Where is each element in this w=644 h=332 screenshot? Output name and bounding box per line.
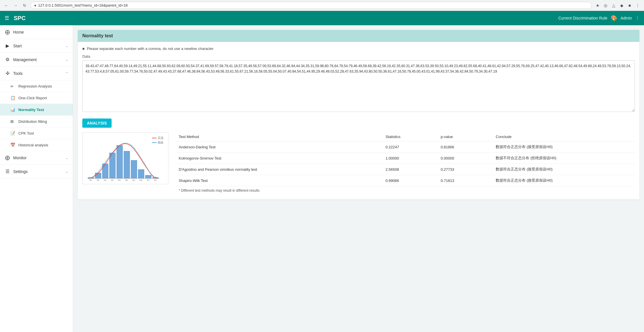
table-row-1: Kolmogorov-Smirnov Test 1.00000 0.00000 …	[175, 153, 635, 164]
cell-stat-2: 2.56508	[382, 164, 437, 175]
svg-rect-8	[145, 175, 151, 178]
sidebar-label-normalitytest: Normality Test	[18, 108, 44, 112]
cell-method-3: Shapiro-Wilk Test	[175, 175, 382, 186]
legend-normal-line	[152, 138, 157, 138]
chart-container: 正态 拟合	[82, 132, 168, 184]
reload-button[interactable]: ↻	[21, 2, 28, 9]
start-arrow: ⌄	[65, 44, 68, 48]
normality-icon: 📊	[10, 107, 15, 112]
svg-text:60: 60	[132, 179, 135, 181]
sidebar-label-monitor: Monitor	[13, 156, 63, 160]
sidebar-label-regression: Regression Analysis	[18, 84, 52, 88]
history-icon: 📅	[10, 143, 15, 147]
sidebar-label-tools: Tools	[13, 71, 63, 76]
cell-conclude-2: 数据符合正态分布 (接受原假设H0)	[492, 164, 635, 175]
results-table: Test Method Statistics p-value Conclude …	[175, 132, 635, 195]
url-text: 127.0.0.1:5001/norm_test?menu_id=16&pare…	[38, 3, 128, 7]
cell-method-0: Anderson-Darling Test	[175, 141, 382, 153]
sidebar-label-cpktool: CPK Tool	[18, 131, 34, 135]
ext3-button[interactable]: ◆	[618, 2, 625, 9]
analysis-header: ANALYSIS	[82, 119, 112, 128]
regression-icon: ∞	[10, 84, 15, 88]
sidebar-label-historicalanalysis: Historical analysis	[18, 143, 48, 147]
chart-legend: 正态 拟合	[152, 136, 164, 145]
ext4-button[interactable]: ■	[626, 2, 633, 9]
th-method: Test Method	[175, 132, 382, 141]
svg-text:70: 70	[147, 179, 149, 181]
legend-item-normal: 正态	[152, 136, 164, 140]
svg-text:40: 40	[104, 179, 106, 181]
svg-rect-4	[116, 145, 123, 178]
user-menu-icon[interactable]: ⋮	[635, 16, 639, 20]
home-icon: ⨁	[5, 29, 10, 35]
svg-text:65: 65	[139, 179, 142, 181]
ext1-button[interactable]: ◎	[602, 2, 609, 9]
cell-stat-0: 0.22247	[382, 141, 437, 153]
tools-icon: ✣	[5, 71, 10, 76]
cell-pval-2: 0.27733	[437, 164, 492, 175]
sidebar-item-oneclickreport[interactable]: 📋 One-Click Report	[0, 92, 73, 104]
sidebar-item-start[interactable]: ▶ Start ⌄	[0, 39, 73, 53]
test-results-table: Test Method Statistics p-value Conclude …	[175, 132, 635, 186]
sidebar-item-monitor[interactable]: ⨁ Monitor ⌄	[0, 151, 73, 165]
svg-text:50: 50	[118, 179, 121, 181]
info-text: Please separate each number with a comma…	[82, 46, 635, 51]
back-button[interactable]: ←	[3, 2, 10, 9]
app-body: ⨁ Home ▶ Start ⌄ ⚙ Management ⌄ ✣ Tools …	[0, 25, 644, 332]
data-input[interactable]: 39.43,47.47,48.77,64.40,59.14,49.21,55.1…	[82, 60, 635, 112]
forward-button[interactable]: →	[12, 2, 19, 9]
star-button[interactable]: ★	[594, 2, 601, 9]
sidebar-item-settings[interactable]: ☰ Settings ⌄	[0, 165, 73, 178]
table-row-2: D'Agostino and Pearson omnibus normality…	[175, 164, 635, 175]
sidebar-label-management: Management	[13, 57, 63, 62]
table-note: * Different test methods may result in d…	[175, 186, 635, 195]
th-pvalue: p-value	[437, 132, 492, 141]
sidebar-item-cpktool[interactable]: 📝 CPK Tool	[0, 127, 73, 139]
main-content: Normality test Please separate each numb…	[73, 25, 644, 332]
sidebar-label-settings: Settings	[13, 169, 63, 174]
sidebar-item-distributionfitting[interactable]: ⊞ Distribution fitting	[0, 116, 73, 127]
sidebar: ⨁ Home ▶ Start ⌄ ⚙ Management ⌄ ✣ Tools …	[0, 25, 73, 332]
header-right: Current Discrimination Rule 🎨 Admin ⋮	[558, 15, 639, 21]
browser-toolbar: ★ ◎ △ ◆ ■ ⋮	[594, 2, 641, 9]
discrimination-rule-label: Current Discrimination Rule	[558, 16, 607, 20]
table-row-3: Shapiro-Wilk Test 0.99066 0.71813 数据符合正态…	[175, 175, 635, 186]
data-label: Data	[82, 54, 635, 59]
sidebar-item-normalitytest[interactable]: 📊 Normality Test	[0, 104, 73, 116]
legend-item-fit: 拟合	[152, 141, 164, 145]
histogram-svg: 30 35 40 45 50 55 60 65 70 75	[85, 135, 162, 181]
sidebar-item-regression[interactable]: ∞ Regression Analysis	[0, 80, 73, 92]
sidebar-label-start: Start	[13, 44, 63, 48]
app-header: ☰ SPC Current Discrimination Rule 🎨 Admi…	[0, 11, 644, 25]
report-icon: 📋	[10, 96, 15, 100]
svg-text:30: 30	[89, 179, 92, 181]
cell-pval-1: 0.00000	[437, 153, 492, 164]
th-conclude: Conclude	[492, 132, 635, 141]
sidebar-label-home: Home	[13, 30, 68, 34]
sidebar-item-management[interactable]: ⚙ Management ⌄	[0, 53, 73, 67]
legend-fit-line	[152, 142, 157, 143]
svg-text:45: 45	[111, 179, 114, 181]
info-message: Please separate each number with a comma…	[87, 46, 214, 51]
address-bar[interactable]: ● 127.0.0.1:5001/norm_test?menu_id=16&pa…	[30, 2, 592, 9]
card-title: Normality test	[82, 33, 113, 38]
distribution-icon: ⊞	[10, 119, 15, 124]
cell-method-1: Kolmogorov-Smirnov Test	[175, 153, 382, 164]
sidebar-item-historicalanalysis[interactable]: 📅 Historical analysis	[0, 139, 73, 151]
sidebar-item-tools[interactable]: ✣ Tools ⌃	[0, 67, 73, 80]
svg-rect-7	[138, 169, 144, 178]
cell-conclude-3: 数据符合正态分布 (接受原假设H0)	[492, 175, 635, 186]
svg-text:35: 35	[96, 179, 99, 181]
legend-fit-label: 拟合	[158, 141, 164, 145]
monitor-icon: ⨁	[5, 155, 10, 160]
hamburger-icon[interactable]: ☰	[5, 15, 9, 21]
management-icon: ⚙	[5, 57, 10, 62]
sidebar-item-home[interactable]: ⨁ Home	[0, 25, 73, 39]
svg-text:75: 75	[154, 179, 157, 181]
palette-icon: 🎨	[611, 15, 617, 21]
monitor-arrow: ⌄	[65, 156, 68, 160]
sidebar-label-distributionfitting: Distribution fitting	[18, 119, 47, 124]
ext2-button[interactable]: △	[610, 2, 617, 9]
menu-button[interactable]: ⋮	[634, 2, 641, 9]
browser-chrome: ← → ↻ ● 127.0.0.1:5001/norm_test?menu_id…	[0, 0, 644, 11]
